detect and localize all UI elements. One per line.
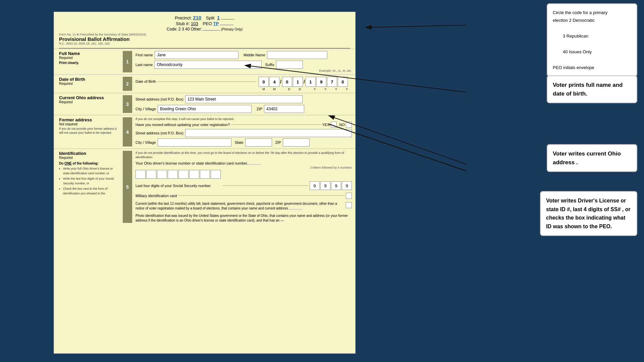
middlename-label: Middle Name xyxy=(244,53,265,57)
address-label-col: Current Ohio address Required xyxy=(59,95,123,113)
dl-sublabel: 2 letters followed by 6 numbers xyxy=(136,166,352,169)
city-label: City / Village xyxy=(136,107,156,111)
id-annotation-box: Voter writes Driver's License or state I… xyxy=(540,191,637,236)
id-bullet-1: Write your full Ohio driver's license or… xyxy=(63,167,120,176)
yes-label: YES xyxy=(322,123,329,127)
street-label: Street address (not P.O. Box) xyxy=(136,97,183,101)
section-num-2: 2 xyxy=(123,77,132,91)
id-label-col: Identification Required Do ONE of the fo… xyxy=(59,151,123,223)
code-line: Code: 2 3 40 Other: (Primary Only) xyxy=(59,27,350,32)
peo-label: PEO xyxy=(203,21,212,26)
lastname-row: Last name Ofwoodcounty Suffix xyxy=(136,61,352,69)
dob-box-2[interactable]: 0 xyxy=(282,77,292,87)
utility-row: Current (within the last 12 months) util… xyxy=(136,201,352,211)
form-label: Form No. 11-B Prescribed by the Secretar… xyxy=(59,33,146,36)
ss-row: Last four digits of your Social Security… xyxy=(136,181,352,190)
former-city-row: City / Village State ZIP xyxy=(136,138,352,146)
former-city-label: City / Village xyxy=(136,140,156,144)
dob-label: Date of Birth xyxy=(136,79,156,83)
id-title: Identification xyxy=(59,151,120,156)
dob-box-6[interactable]: 7 xyxy=(327,77,337,87)
address-annotation-box: Voter writes current Ohio address . xyxy=(547,144,637,172)
stub-value: 103 xyxy=(191,21,198,26)
fullname-title: Full Name xyxy=(59,51,120,56)
dob-box-0[interactable]: 0 xyxy=(259,77,269,87)
dl-box-1[interactable] xyxy=(146,170,156,179)
dl-box-0[interactable] xyxy=(136,170,146,179)
lastname-label: Last name xyxy=(136,63,153,67)
mil-label: Military identification card xyxy=(136,194,177,198)
lastname-field[interactable]: Ofwoodcounty xyxy=(154,61,262,69)
zip-field[interactable]: 43402 xyxy=(264,105,304,113)
ss-box-1[interactable]: 9 xyxy=(320,181,330,190)
split-label: Split xyxy=(206,15,214,20)
utility-checkbox[interactable] xyxy=(346,202,352,208)
dl-box-6[interactable] xyxy=(200,170,210,179)
id-do-one: Do ONE of the following: xyxy=(59,162,120,165)
dl-box-2[interactable] xyxy=(157,170,167,179)
dob-label-col: Date of Birth Required xyxy=(59,77,123,91)
precinct-line: Precinct: 210 Split 1 xyxy=(59,15,350,20)
former-not-required: Not required xyxy=(59,122,120,126)
dob-box-7[interactable]: 0 xyxy=(338,77,348,87)
mil-checkbox[interactable] xyxy=(346,193,352,199)
section-num-1: 1 xyxy=(123,51,132,72)
firstname-field[interactable]: Jane xyxy=(155,51,238,59)
former-fields: If you do not complete this step, it wil… xyxy=(136,117,355,146)
city-row: City / Village Bowling Green Ohio ZIP 43… xyxy=(136,105,352,113)
dl-row: Your Ohio driver's license number or sta… xyxy=(136,161,352,179)
top-line4: 40 Issues Only xyxy=(563,49,592,54)
former-question-note: If you do not complete this step, it wil… xyxy=(136,117,352,121)
dob-box-3[interactable]: 1 xyxy=(293,77,303,87)
former-note: If you do not provide your former addres… xyxy=(59,127,120,135)
ss-box-2[interactable]: 9 xyxy=(331,181,341,190)
fullname-note: Print clearly. xyxy=(59,61,120,65)
fullname-required: Required xyxy=(59,56,120,60)
street-row: Street address (not P.O. Box) 123 Main S… xyxy=(136,95,352,103)
ss-boxes: 9 9 9 9 xyxy=(310,181,352,190)
dl-box-5[interactable] xyxy=(189,170,199,179)
firstname-label: First name xyxy=(136,53,153,57)
former-state-label: State xyxy=(235,140,244,144)
id-fields: If you do not provide identification at … xyxy=(136,151,355,223)
dob-row: Date of Birth 0 4 / 0 1 / 1 9 7 0 xyxy=(136,77,352,91)
utility-label: Current (within the last 12 months) util… xyxy=(136,201,344,211)
form-title: Provisional Ballot Affirmation xyxy=(59,36,146,42)
dob-box-1[interactable]: 4 xyxy=(269,77,279,87)
id-annotation-text: Voter writes Driver's License or state I… xyxy=(546,196,631,231)
ss-box-3[interactable]: 9 xyxy=(342,181,352,190)
top-line3: 3 Republican xyxy=(563,34,588,39)
dob-fields: Date of Birth 0 4 / 0 1 / 1 9 7 0 xyxy=(136,77,355,91)
no-label: NO xyxy=(339,123,345,127)
suffix-label: Suffix xyxy=(265,63,274,67)
yes-checkbox[interactable] xyxy=(331,122,337,128)
former-label-col: Former address Not required If you do no… xyxy=(59,117,123,146)
no-checkbox[interactable] xyxy=(346,122,352,128)
city-field[interactable]: Bowling Green Ohio xyxy=(158,105,252,113)
dl-box-3[interactable] xyxy=(168,170,178,179)
ss-box-0[interactable]: 9 xyxy=(310,181,320,190)
former-state-field[interactable] xyxy=(245,138,272,146)
street-field[interactable]: 123 Main Street xyxy=(185,95,303,103)
former-zip-field[interactable] xyxy=(283,138,310,146)
address-fields: Street address (not P.O. Box) 123 Main S… xyxy=(136,95,355,113)
suffix-field[interactable] xyxy=(276,61,303,69)
dob-box-4[interactable]: 1 xyxy=(306,77,316,87)
top-line5: PEO initials envelope xyxy=(553,65,594,70)
suffix-note: Example: Sr., Jr., III, etc. xyxy=(136,69,352,72)
peo-value: TP xyxy=(213,21,219,26)
id-note: If you do not provide identification at … xyxy=(136,151,352,159)
dl-box-7[interactable] xyxy=(211,170,221,179)
section-num-3: 3 xyxy=(123,95,132,113)
middlename-field[interactable] xyxy=(267,51,327,59)
fullname-label-col: Full Name Required Print clearly. xyxy=(59,51,123,72)
address-annotation-text: Voter writes current Ohio address . xyxy=(553,149,631,167)
dob-box-5[interactable]: 9 xyxy=(316,77,326,87)
dob-required: Required xyxy=(59,82,120,85)
photo-row: Photo identification that was issued by … xyxy=(136,214,352,223)
former-street-field[interactable] xyxy=(185,129,352,137)
precinct-value: 210 xyxy=(193,15,201,20)
former-zip-label: ZIP xyxy=(275,140,281,144)
dl-box-4[interactable] xyxy=(178,170,189,179)
former-city-field[interactable] xyxy=(158,138,231,146)
